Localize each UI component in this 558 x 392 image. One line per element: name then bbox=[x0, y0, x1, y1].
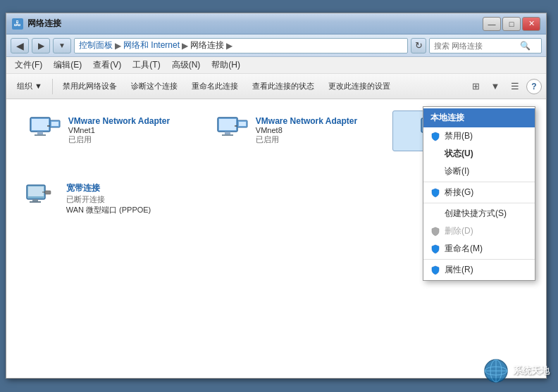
network-name-broadband[interactable]: 宽带连接 bbox=[66, 182, 151, 194]
list-item[interactable]: VMware Network Adapter VMnet8 已启用 bbox=[205, 110, 367, 151]
breadcrumb-item-controlpanel[interactable]: 控制面板 bbox=[79, 39, 113, 51]
svg-rect-8 bbox=[219, 119, 236, 130]
context-menu-sep1 bbox=[423, 182, 535, 182]
context-menu-diagnose[interactable]: 诊断(I) bbox=[423, 163, 535, 180]
dropdown-button[interactable]: ▼ bbox=[53, 38, 71, 53]
svg-rect-1 bbox=[32, 119, 49, 130]
context-menu-disable[interactable]: 禁用(B) bbox=[423, 127, 535, 145]
svg-rect-24 bbox=[30, 201, 41, 203]
network-type-vmnet1: VMnet1 bbox=[68, 126, 170, 134]
menubar: 文件(F) 编辑(E) 查看(V) 工具(T) 高级(N) 帮助(H) bbox=[6, 57, 546, 74]
content-area: VMware Network Adapter VMnet1 已启用 bbox=[6, 99, 546, 378]
menu-view[interactable]: 查看(V) bbox=[87, 58, 127, 72]
diagnose-button[interactable]: 诊断这个连接 bbox=[125, 77, 184, 96]
network-item-vmnet8: VMware Network Adapter VMnet8 已启用 bbox=[215, 116, 357, 145]
breadcrumb: 控制面板 ▶ 网络和 Internet ▶ 网络连接 ▶ bbox=[74, 38, 408, 53]
diagnose-label: 诊断(I) bbox=[445, 165, 469, 177]
network-status-broadband: 已断开连接 bbox=[66, 194, 151, 205]
minimize-button[interactable]: — bbox=[483, 17, 501, 31]
bridge-label: 桥接(G) bbox=[445, 186, 473, 198]
watermark-text: 系统天地 bbox=[513, 365, 550, 377]
svg-rect-10 bbox=[222, 134, 233, 136]
search-icon[interactable]: 🔍 bbox=[519, 39, 531, 52]
network-status-vmnet1: 已启用 bbox=[68, 134, 170, 145]
rename-label: 重命名(M) bbox=[445, 243, 483, 255]
toolbar-separator bbox=[52, 79, 53, 94]
menu-advanced[interactable]: 高级(N) bbox=[166, 58, 206, 72]
disable-device-button[interactable]: 禁用此网络设备 bbox=[56, 77, 123, 96]
shield-icon bbox=[430, 132, 440, 141]
view-mode-button[interactable]: ⊞ bbox=[467, 78, 484, 95]
context-menu-bridge[interactable]: 桥接(G) bbox=[423, 184, 535, 201]
forward-button[interactable]: ▶ bbox=[32, 38, 50, 53]
toolbar: 组织 ▼ 禁用此网络设备 诊断这个连接 重命名此连接 查看此连接的状态 更改此连… bbox=[6, 74, 546, 99]
close-button[interactable]: ✕ bbox=[522, 17, 540, 31]
network-adapter-icon bbox=[27, 116, 61, 144]
network-item-broadband: 宽带连接 已断开连接 WAN 微型端口 (PPPOE) bbox=[25, 182, 151, 215]
network-adapter-icon bbox=[215, 116, 249, 144]
disable-label: 禁用(B) bbox=[445, 130, 473, 142]
shortcut-label: 创建快捷方式(S) bbox=[445, 208, 507, 220]
menu-help[interactable]: 帮助(H) bbox=[206, 58, 246, 72]
help-button[interactable]: ? bbox=[526, 79, 542, 94]
network-info-broadband: 宽带连接 已断开连接 WAN 微型端口 (PPPOE) bbox=[66, 182, 151, 215]
organize-button[interactable]: 组织 ▼ bbox=[11, 77, 49, 96]
network-status-vmnet8: 已启用 bbox=[256, 134, 357, 145]
view-list-button[interactable]: ☰ bbox=[507, 78, 523, 95]
addressbar: ◀ ▶ ▼ 控制面板 ▶ 网络和 Internet ▶ 网络连接 ▶ ↻ 🔍 bbox=[6, 34, 546, 57]
back-button[interactable]: ◀ bbox=[11, 38, 29, 53]
network-name-vmnet1[interactable]: VMware Network Adapter bbox=[68, 116, 170, 126]
breadcrumb-item-connections: 网络连接 bbox=[190, 39, 224, 51]
svg-rect-23 bbox=[32, 199, 38, 201]
context-menu-sep2 bbox=[423, 203, 535, 203]
context-menu-rename[interactable]: 重命名(M) bbox=[423, 240, 535, 258]
rename-button[interactable]: 重命名此连接 bbox=[185, 77, 244, 96]
maximize-button[interactable]: □ bbox=[502, 17, 521, 31]
context-menu-status[interactable]: 状态(U) bbox=[423, 145, 535, 163]
change-settings-button[interactable]: 更改此连接的设置 bbox=[322, 77, 397, 96]
network-info-vmnet1: VMware Network Adapter VMnet1 已启用 bbox=[68, 116, 170, 145]
svg-rect-3 bbox=[35, 134, 46, 136]
context-menu-header: 本地连接 bbox=[423, 108, 535, 127]
context-menu-properties[interactable]: 属性(R) bbox=[423, 261, 535, 279]
search-bar: 🔍 bbox=[429, 38, 542, 53]
window-icon: 🖧 bbox=[12, 18, 23, 30]
context-menu-shortcut[interactable]: 创建快捷方式(S) bbox=[423, 205, 535, 222]
toolbar-right: ⊞ ▼ ☰ ? bbox=[467, 78, 542, 95]
svg-rect-22 bbox=[28, 186, 44, 196]
watermark: 系统天地 bbox=[483, 358, 550, 384]
main-window: 🖧 网络连接 — □ ✕ ◀ ▶ ▼ 控制面板 ▶ 网络和 Internet ▶… bbox=[6, 13, 547, 379]
broadband-icon bbox=[25, 182, 59, 210]
status-label: 状态(U) bbox=[445, 148, 473, 160]
menu-edit[interactable]: 编辑(E) bbox=[48, 58, 87, 72]
titlebar: 🖧 网络连接 — □ ✕ bbox=[6, 13, 546, 34]
svg-rect-25 bbox=[45, 191, 51, 194]
svg-rect-9 bbox=[225, 132, 230, 134]
context-menu-delete: 删除(D) bbox=[423, 222, 535, 240]
globe-icon bbox=[483, 358, 509, 384]
network-type-vmnet8: VMnet8 bbox=[256, 126, 357, 134]
shield-icon-disabled bbox=[430, 227, 440, 236]
titlebar-controls: — □ ✕ bbox=[483, 17, 540, 31]
network-info-vmnet8: VMware Network Adapter VMnet8 已启用 bbox=[256, 116, 357, 145]
list-item[interactable]: VMware Network Adapter VMnet1 已启用 bbox=[18, 110, 180, 151]
titlebar-left: 🖧 网络连接 bbox=[12, 18, 61, 30]
network-type-broadband: WAN 微型端口 (PPPOE) bbox=[66, 205, 151, 215]
svg-rect-13 bbox=[239, 122, 246, 126]
list-item[interactable]: 宽带连接 已断开连接 WAN 微型端口 (PPPOE) bbox=[18, 177, 159, 221]
properties-label: 属性(R) bbox=[445, 264, 473, 276]
shield-icon bbox=[430, 188, 440, 198]
search-input[interactable] bbox=[434, 42, 519, 50]
context-menu-sep3 bbox=[423, 259, 535, 260]
network-name-vmnet8[interactable]: VMware Network Adapter bbox=[256, 116, 357, 126]
svg-rect-2 bbox=[37, 132, 43, 134]
refresh-button[interactable]: ↻ bbox=[411, 38, 426, 53]
view-dropdown-button[interactable]: ▼ bbox=[487, 78, 504, 95]
view-status-button[interactable]: 查看此连接的状态 bbox=[246, 77, 321, 96]
menu-file[interactable]: 文件(F) bbox=[9, 58, 48, 72]
menu-tools[interactable]: 工具(T) bbox=[127, 58, 166, 72]
delete-label: 删除(D) bbox=[445, 225, 473, 237]
context-menu: 本地连接 禁用(B) 状态(U) 诊断(I) bbox=[423, 106, 535, 281]
shield-icon bbox=[430, 265, 440, 275]
breadcrumb-item-network[interactable]: 网络和 Internet bbox=[123, 39, 180, 51]
